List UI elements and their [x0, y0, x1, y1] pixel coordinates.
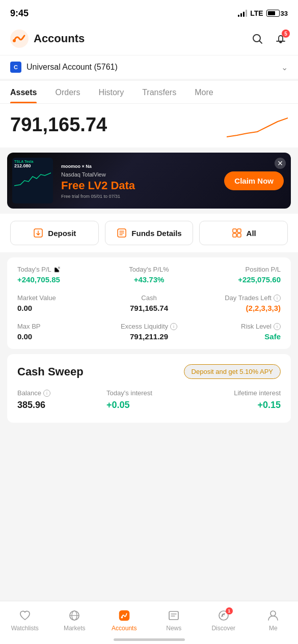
deposit-button[interactable]: Deposit [10, 221, 99, 245]
battery-icon: 33 [266, 10, 288, 17]
account-selector[interactable]: C Universal Account (5761) ⌄ [0, 55, 298, 79]
tabs-container: Assets Orders History Transfers More [0, 81, 298, 104]
cash-sweep-stats: Balance i 385.96 Today's interest +0.05 … [17, 389, 281, 411]
person-icon [266, 608, 280, 623]
sweep-today-interest-value: +0.05 [106, 400, 192, 411]
promo-trial: Free trial from 05/01 to 07/31 [61, 194, 209, 199]
svg-point-18 [223, 615, 224, 617]
discover-icon: 1 [216, 608, 231, 623]
notification-count: 5 [282, 30, 290, 38]
balance-amount: 791,165.74 [10, 114, 107, 136]
tab-orders[interactable]: Orders [46, 81, 89, 103]
header-left: Accounts [10, 30, 85, 48]
svg-rect-6 [233, 229, 236, 232]
signal-icon [238, 10, 247, 17]
stat-max-bp: Max BP 0.00 [17, 323, 105, 341]
sweep-lifetime-interest: Lifetime interest +0.15 [196, 389, 281, 411]
cash-value: 791,165.74 [105, 304, 193, 312]
risk-level-value: Safe [193, 332, 281, 341]
search-button[interactable] [250, 32, 264, 46]
nav-watchlists-label: Watchlists [11, 625, 39, 632]
promo-subtitle: Nasdaq TotalView [61, 171, 209, 178]
svg-text:moomoo × Nasdaq: moomoo × Nasdaq [61, 164, 92, 169]
sweep-balance: Balance i 385.96 [17, 389, 102, 411]
funds-icon [116, 227, 127, 239]
cash-sweep-header: Cash Sweep Deposit and get 5.10% APY [17, 364, 281, 379]
excess-liquidity-info-icon[interactable]: i [170, 323, 177, 330]
sweep-balance-value: 385.96 [17, 400, 102, 411]
all-label: All [247, 229, 256, 238]
promo-banner: TSLA Tesla 212.080 moomoo × Nasdaq Nasda… [7, 153, 291, 209]
nav-discover[interactable]: 1 Discover [199, 606, 249, 634]
stat-market-value: Market Value 0.00 [17, 294, 105, 312]
nav-accounts[interactable]: Accounts [99, 606, 149, 634]
nav-news-label: News [166, 625, 181, 632]
status-bar: 9:45 LTE 33 [0, 0, 298, 24]
funds-details-label: Funds Details [131, 229, 181, 238]
svg-rect-15 [169, 611, 178, 620]
stat-todays-pl: Today's P/L +240,705.85 [17, 266, 105, 284]
app-header: Accounts 5 [0, 24, 298, 55]
action-buttons: Deposit Funds Details All [0, 214, 298, 252]
market-value-value: 0.00 [17, 304, 105, 312]
notifications-button[interactable]: 5 [274, 32, 288, 46]
svg-point-1 [13, 39, 16, 42]
balance-card: 791,165.74 [0, 104, 298, 148]
nav-me-label: Me [269, 625, 278, 632]
svg-rect-8 [233, 233, 236, 237]
nav-accounts-label: Accounts [112, 625, 137, 632]
home-indicator [114, 638, 185, 641]
stat-cash: Cash 791,165.74 [105, 294, 193, 312]
stat-risk-level: Risk Level i Safe [193, 323, 281, 341]
todays-pl-pct-value: +43.73% [105, 275, 193, 284]
tab-transfers[interactable]: Transfers [133, 81, 185, 103]
stat-day-trades-left: Day Trades Left i (2,2,3,3,3) [193, 294, 281, 312]
funds-details-button[interactable]: Funds Details [105, 221, 194, 245]
todays-pl-value: +240,705.85 [17, 275, 105, 284]
deposit-label: Deposit [48, 229, 76, 238]
balance-info-icon[interactable]: i [43, 390, 50, 397]
promo-title: Free LV2 Data [61, 180, 209, 192]
nav-news[interactable]: News [149, 606, 199, 634]
risk-level-info-icon[interactable]: i [274, 323, 281, 330]
accounts-active-icon [117, 608, 131, 623]
markets-icon [67, 608, 82, 623]
stat-position-pl: Position P/L +225,075.60 [193, 266, 281, 284]
network-label: LTE [250, 9, 263, 17]
account-name: Universal Account (5761) [26, 63, 118, 72]
excess-liquidity-value: 791,211.29 [105, 332, 193, 341]
discover-badge: 1 [226, 607, 233, 614]
stat-todays-pl-pct: Today's P/L% +43.73% [105, 266, 193, 284]
promo-left: moomoo × Nasdaq Nasdaq TotalView Free LV… [53, 156, 217, 205]
apy-badge-button[interactable]: Deposit and get 5.10% APY [184, 364, 281, 379]
tab-more[interactable]: More [185, 81, 222, 103]
bottom-nav: Watchlists Markets Accounts [0, 601, 298, 644]
status-time: 9:45 [10, 8, 29, 19]
export-icon [53, 266, 61, 273]
tab-assets[interactable]: Assets [10, 81, 46, 103]
day-trades-info-icon[interactable]: i [274, 295, 281, 302]
sweep-today-interest: Today's interest +0.05 [106, 389, 192, 411]
svg-point-14 [121, 617, 123, 619]
stats-grid: Today's P/L +240,705.85 Today's P/L% +43… [17, 266, 281, 341]
promo-right: Claim Now [217, 165, 291, 196]
nav-watchlists[interactable]: Watchlists [0, 606, 50, 634]
all-button[interactable]: All [199, 221, 288, 245]
header-title: Accounts [34, 32, 85, 45]
cash-sweep-card: Cash Sweep Deposit and get 5.10% APY Bal… [7, 354, 291, 423]
nav-me[interactable]: Me [249, 606, 299, 634]
position-pl-value: +225,075.60 [193, 275, 281, 284]
balance-chart [227, 114, 288, 139]
cash-sweep-title: Cash Sweep [17, 365, 84, 378]
news-icon [167, 608, 181, 623]
tab-history[interactable]: History [89, 81, 133, 103]
deposit-icon [33, 227, 44, 239]
svg-rect-7 [237, 229, 241, 232]
heart-icon [18, 608, 32, 623]
nav-markets[interactable]: Markets [50, 606, 100, 634]
claim-now-button[interactable]: Claim Now [224, 171, 284, 190]
promo-close-button[interactable]: × [275, 158, 286, 169]
day-trades-value: (2,2,3,3,3) [193, 304, 281, 312]
nav-markets-label: Markets [64, 625, 86, 632]
grid-icon [231, 227, 242, 239]
